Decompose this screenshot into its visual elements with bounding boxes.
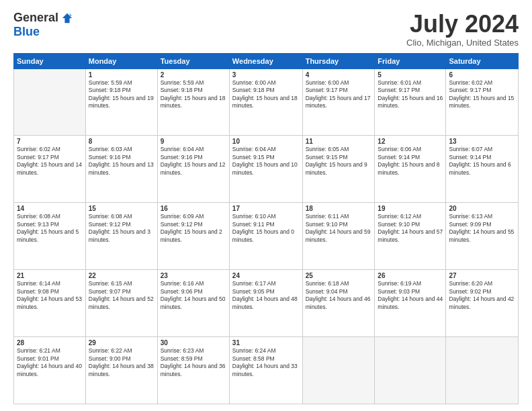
day-number: 26 bbox=[378, 272, 443, 279]
day-info: Sunrise: 6:15 AM Sunset: 9:07 PM Dayligh… bbox=[89, 280, 154, 311]
col-saturday: Saturday bbox=[446, 53, 519, 68]
sunset-text: Sunset: 9:12 PM bbox=[89, 221, 131, 228]
sunrise-text: Sunrise: 6:07 AM bbox=[449, 146, 492, 152]
daylight-text: Daylight: 14 hours and 46 minutes. bbox=[306, 295, 371, 310]
daylight-text: Daylight: 15 hours and 0 minutes. bbox=[232, 228, 294, 242]
calendar-day-cell: 5 Sunrise: 6:01 AM Sunset: 9:17 PM Dayli… bbox=[375, 68, 446, 136]
sunrise-text: Sunrise: 6:20 AM bbox=[449, 280, 492, 287]
calendar-week-row: 28 Sunrise: 6:21 AM Sunset: 9:01 PM Dayl… bbox=[14, 337, 519, 404]
sunset-text: Sunset: 9:15 PM bbox=[232, 154, 275, 161]
daylight-text: Daylight: 15 hours and 14 minutes. bbox=[17, 161, 82, 175]
col-thursday: Thursday bbox=[302, 53, 375, 68]
sunrise-text: Sunrise: 6:08 AM bbox=[17, 213, 60, 220]
sunrise-text: Sunrise: 6:22 AM bbox=[89, 347, 132, 354]
daylight-text: Daylight: 15 hours and 3 minutes. bbox=[89, 228, 150, 242]
calendar-day-cell: 23 Sunrise: 6:16 AM Sunset: 9:06 PM Dayl… bbox=[157, 270, 229, 337]
sunrise-text: Sunrise: 6:10 AM bbox=[232, 213, 276, 220]
calendar-day-cell bbox=[446, 337, 519, 404]
day-number: 8 bbox=[89, 138, 154, 145]
day-info: Sunrise: 6:08 AM Sunset: 9:13 PM Dayligh… bbox=[17, 213, 83, 244]
sunrise-text: Sunrise: 6:21 AM bbox=[17, 347, 60, 354]
daylight-text: Daylight: 15 hours and 2 minutes. bbox=[161, 228, 222, 242]
day-info: Sunrise: 6:08 AM Sunset: 9:12 PM Dayligh… bbox=[89, 213, 154, 244]
day-number: 22 bbox=[89, 272, 154, 279]
sunrise-text: Sunrise: 6:11 AM bbox=[306, 213, 349, 220]
daylight-text: Daylight: 15 hours and 5 minutes. bbox=[17, 228, 79, 242]
sunset-text: Sunset: 9:17 PM bbox=[378, 87, 420, 93]
daylight-text: Daylight: 14 hours and 57 minutes. bbox=[378, 228, 443, 242]
calendar: Sunday Monday Tuesday Wednesday Thursday… bbox=[13, 53, 519, 404]
day-number: 17 bbox=[232, 205, 300, 212]
daylight-text: Daylight: 14 hours and 55 minutes. bbox=[449, 228, 514, 242]
sunset-text: Sunset: 9:02 PM bbox=[449, 288, 491, 295]
calendar-day-cell: 4 Sunrise: 6:00 AM Sunset: 9:17 PM Dayli… bbox=[302, 68, 375, 136]
col-sunday: Sunday bbox=[14, 53, 86, 68]
day-info: Sunrise: 6:14 AM Sunset: 9:08 PM Dayligh… bbox=[17, 280, 83, 311]
sunset-text: Sunset: 9:17 PM bbox=[306, 87, 348, 93]
col-friday: Friday bbox=[375, 53, 446, 68]
calendar-day-cell: 8 Sunrise: 6:03 AM Sunset: 9:16 PM Dayli… bbox=[85, 136, 157, 203]
sunrise-text: Sunrise: 6:09 AM bbox=[161, 213, 204, 220]
daylight-text: Daylight: 14 hours and 36 minutes. bbox=[161, 363, 226, 377]
sunrise-text: Sunrise: 6:24 AM bbox=[232, 347, 276, 354]
calendar-day-cell: 21 Sunrise: 6:14 AM Sunset: 9:08 PM Dayl… bbox=[14, 270, 86, 337]
day-number: 29 bbox=[89, 339, 154, 347]
sunrise-text: Sunrise: 6:16 AM bbox=[161, 280, 204, 287]
logo: General Blue bbox=[13, 11, 73, 39]
calendar-day-cell: 3 Sunrise: 6:00 AM Sunset: 9:18 PM Dayli… bbox=[229, 68, 302, 136]
day-number: 4 bbox=[306, 71, 372, 79]
calendar-day-cell: 1 Sunrise: 5:59 AM Sunset: 9:18 PM Dayli… bbox=[85, 68, 157, 136]
day-info: Sunrise: 6:13 AM Sunset: 9:09 PM Dayligh… bbox=[449, 213, 515, 244]
calendar-day-cell: 10 Sunrise: 6:04 AM Sunset: 9:15 PM Dayl… bbox=[229, 136, 302, 203]
sunset-text: Sunset: 9:18 PM bbox=[89, 87, 131, 93]
sunrise-text: Sunrise: 6:12 AM bbox=[378, 213, 421, 220]
day-info: Sunrise: 6:03 AM Sunset: 9:16 PM Dayligh… bbox=[89, 146, 154, 177]
day-info: Sunrise: 6:04 AM Sunset: 9:15 PM Dayligh… bbox=[232, 146, 300, 177]
sunset-text: Sunset: 9:15 PM bbox=[306, 154, 348, 161]
day-info: Sunrise: 6:06 AM Sunset: 9:14 PM Dayligh… bbox=[378, 146, 443, 177]
day-number: 5 bbox=[378, 71, 443, 79]
sunrise-text: Sunrise: 6:14 AM bbox=[17, 280, 60, 287]
calendar-day-cell: 25 Sunrise: 6:18 AM Sunset: 9:04 PM Dayl… bbox=[302, 270, 375, 337]
daylight-text: Daylight: 15 hours and 18 minutes. bbox=[161, 95, 226, 109]
sunset-text: Sunset: 9:14 PM bbox=[378, 154, 420, 161]
calendar-week-row: 1 Sunrise: 5:59 AM Sunset: 9:18 PM Dayli… bbox=[14, 68, 519, 136]
calendar-week-row: 14 Sunrise: 6:08 AM Sunset: 9:13 PM Dayl… bbox=[14, 203, 519, 270]
sunrise-text: Sunrise: 6:19 AM bbox=[378, 280, 421, 287]
sunset-text: Sunset: 9:13 PM bbox=[17, 221, 59, 228]
calendar-day-cell: 19 Sunrise: 6:12 AM Sunset: 9:10 PM Dayl… bbox=[375, 203, 446, 270]
day-number: 10 bbox=[232, 138, 300, 145]
calendar-day-cell: 11 Sunrise: 6:05 AM Sunset: 9:15 PM Dayl… bbox=[302, 136, 375, 203]
sunrise-text: Sunrise: 6:03 AM bbox=[89, 146, 132, 152]
day-number: 3 bbox=[232, 71, 300, 79]
month-title: July 2024 bbox=[406, 11, 519, 38]
day-info: Sunrise: 6:23 AM Sunset: 8:59 PM Dayligh… bbox=[161, 347, 226, 378]
day-info: Sunrise: 6:20 AM Sunset: 9:02 PM Dayligh… bbox=[449, 280, 515, 311]
sunset-text: Sunset: 9:03 PM bbox=[378, 288, 420, 295]
calendar-day-cell: 24 Sunrise: 6:17 AM Sunset: 9:05 PM Dayl… bbox=[229, 270, 302, 337]
day-number: 7 bbox=[17, 138, 83, 145]
sunset-text: Sunset: 9:11 PM bbox=[232, 221, 275, 228]
daylight-text: Daylight: 14 hours and 50 minutes. bbox=[161, 295, 226, 310]
col-tuesday: Tuesday bbox=[157, 53, 229, 68]
daylight-text: Daylight: 15 hours and 6 minutes. bbox=[449, 161, 511, 175]
sunrise-text: Sunrise: 6:02 AM bbox=[449, 79, 492, 86]
sunrise-text: Sunrise: 6:18 AM bbox=[306, 280, 349, 287]
calendar-day-cell bbox=[375, 337, 446, 404]
daylight-text: Daylight: 15 hours and 8 minutes. bbox=[378, 161, 439, 175]
calendar-day-cell: 28 Sunrise: 6:21 AM Sunset: 9:01 PM Dayl… bbox=[14, 337, 86, 404]
sunset-text: Sunset: 8:58 PM bbox=[232, 355, 275, 362]
day-number: 24 bbox=[232, 272, 300, 279]
daylight-text: Daylight: 14 hours and 48 minutes. bbox=[232, 295, 298, 310]
day-info: Sunrise: 6:24 AM Sunset: 8:58 PM Dayligh… bbox=[232, 347, 300, 378]
sunrise-text: Sunrise: 6:17 AM bbox=[232, 280, 276, 287]
day-number: 31 bbox=[232, 339, 300, 347]
daylight-text: Daylight: 14 hours and 44 minutes. bbox=[378, 295, 443, 310]
day-number: 21 bbox=[17, 272, 83, 279]
daylight-text: Daylight: 15 hours and 13 minutes. bbox=[89, 161, 154, 175]
day-info: Sunrise: 6:11 AM Sunset: 9:10 PM Dayligh… bbox=[306, 213, 372, 244]
day-number: 9 bbox=[161, 138, 226, 145]
sunset-text: Sunset: 9:00 PM bbox=[89, 355, 131, 362]
day-number: 12 bbox=[378, 138, 443, 145]
col-wednesday: Wednesday bbox=[229, 53, 302, 68]
